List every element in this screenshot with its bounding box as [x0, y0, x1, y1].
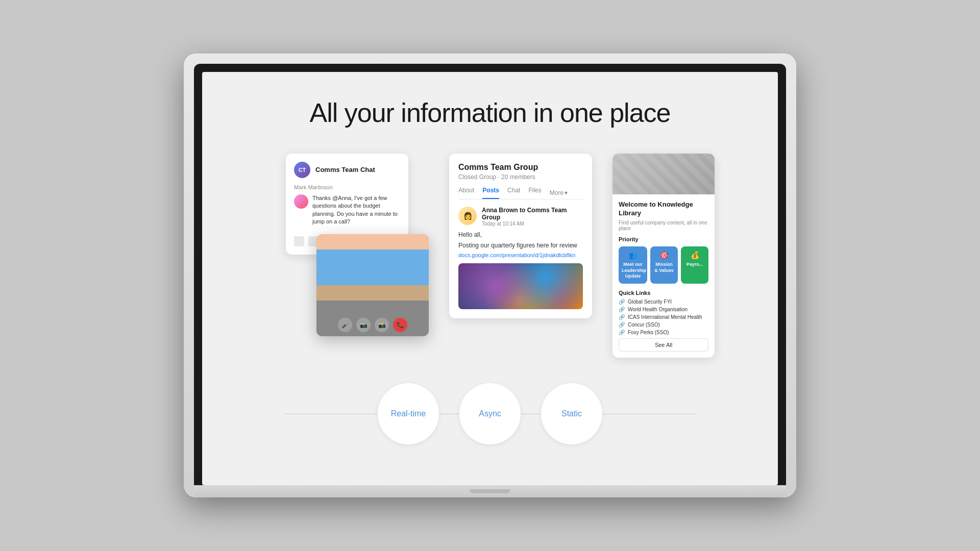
priority-items: 👥 Meet our Leadership Update 🎯 Mission &… — [619, 246, 708, 284]
quick-link-text-2: World Health Organisation — [628, 307, 688, 312]
chat-message-text: Thanks @Anna, I've got a few questions a… — [312, 194, 400, 226]
tab-chat[interactable]: Chat — [507, 187, 520, 199]
post-image-visual — [458, 263, 583, 309]
knowledge-title: Welcome to Knowledge Library — [619, 201, 708, 218]
quick-link-global[interactable]: 🔗 Global Security FYI — [619, 299, 708, 305]
post-image — [458, 263, 583, 309]
payroll-icon: 💰 — [684, 251, 705, 260]
link-icon-4: 🔗 — [619, 322, 625, 328]
quick-link-text-3: ICAS International Mental Health — [628, 314, 702, 320]
quick-link-text-4: Concur (SSO) — [628, 322, 660, 328]
leadership-icon: 👥 — [622, 251, 644, 260]
screen-bezel: All your information in one place CT Com… — [194, 64, 786, 485]
quick-link-foxy[interactable]: 🔗 Foxy Perks (SSO) — [619, 330, 708, 335]
camera-button[interactable]: 📸 — [375, 318, 389, 332]
priority-label-payroll: Payro... — [684, 262, 705, 268]
chat-sender: Mark Martinson — [294, 184, 400, 190]
toolbar-icon-1 — [294, 236, 304, 246]
video-bottom-person: 🎤 📷 📸 📞 — [316, 285, 429, 336]
chevron-down-icon: ▾ — [565, 189, 568, 196]
laptop-notch — [470, 489, 510, 493]
page-title: All your information in one place — [310, 97, 671, 128]
post-header: 👩 Anna Brown to Comms Team Group Today a… — [458, 207, 583, 227]
link-icon-5: 🔗 — [619, 330, 625, 335]
quick-link-concur[interactable]: 🔗 Concur (SSO) — [619, 322, 708, 328]
priority-item-payroll[interactable]: 💰 Payro... — [681, 246, 708, 284]
laptop-screen: All your information in one place CT Com… — [202, 72, 778, 485]
quick-link-text-5: Foxy Perks (SSO) — [628, 330, 669, 335]
group-tabs: About Posts Chat Files More ▾ — [458, 187, 583, 199]
chat-message-row: Thanks @Anna, I've got a few questions a… — [294, 194, 400, 226]
quick-link-who[interactable]: 🔗 World Health Organisation — [619, 307, 708, 312]
see-all-button[interactable]: See All — [619, 338, 708, 352]
tab-posts[interactable]: Posts — [482, 187, 499, 199]
woman-video — [316, 234, 429, 285]
priority-label: Priority — [619, 236, 708, 242]
message-avatar — [294, 194, 308, 209]
post-author-avatar: 👩 — [458, 207, 477, 225]
knowledge-subtitle: Find useful company content, all in one … — [619, 220, 708, 231]
realtime-column: CT Comms Team Chat Mark Martinson Thanks… — [265, 154, 429, 336]
post-author-name: Anna Brown to Comms Team Group — [482, 207, 583, 221]
knowledge-body: Welcome to Knowledge Library Find useful… — [612, 194, 715, 358]
mission-icon: 🎯 — [653, 251, 675, 260]
more-button[interactable]: More ▾ — [550, 187, 568, 199]
video-top-person — [316, 234, 429, 285]
video-call-card: 🎤 📷 📸 📞 — [316, 234, 429, 336]
mute-button[interactable]: 🎤 — [338, 318, 352, 332]
link-icon-1: 🔗 — [619, 299, 625, 305]
post-link[interactable]: docs.google.com/presentation/d/1jdnakdlc… — [458, 252, 583, 258]
post-author-info: Anna Brown to Comms Team Group Today at … — [482, 207, 583, 227]
post-time: Today at 10:14 AM — [482, 221, 583, 227]
chat-title: Comms Team Chat — [315, 166, 375, 173]
quick-links-label: Quick Links — [619, 290, 708, 296]
post-text: Posting our quarterly figures here for r… — [458, 241, 583, 250]
tab-files[interactable]: Files — [528, 187, 541, 199]
knowledge-card: Welcome to Knowledge Library Find useful… — [612, 154, 715, 358]
group-title: Comms Team Group — [458, 163, 583, 172]
hero-pattern — [612, 154, 715, 194]
chat-header: CT Comms Team Chat — [294, 162, 400, 178]
group-card: Comms Team Group Closed Group · 20 membe… — [449, 154, 592, 318]
knowledge-hero-image — [612, 154, 715, 194]
async-column: Comms Team Group Closed Group · 20 membe… — [449, 154, 592, 318]
priority-item-mission[interactable]: 🎯 Mission & Values — [650, 246, 678, 284]
tab-about[interactable]: About — [458, 187, 474, 199]
static-column: Welcome to Knowledge Library Find useful… — [612, 154, 715, 358]
priority-item-leadership[interactable]: 👥 Meet our Leadership Update — [619, 246, 647, 284]
categories-row: Real-time Async Static — [233, 383, 747, 444]
category-async[interactable]: Async — [459, 383, 521, 444]
laptop-base — [194, 485, 786, 497]
link-icon-3: 🔗 — [619, 314, 625, 320]
quick-link-text-1: Global Security FYI — [628, 299, 672, 305]
priority-label-mission: Mission & Values — [653, 262, 675, 273]
end-call-button[interactable]: 📞 — [393, 318, 407, 332]
link-icon-2: 🔗 — [619, 307, 625, 312]
priority-label-leadership: Meet our Leadership Update — [622, 262, 644, 280]
quick-link-icas[interactable]: 🔗 ICAS International Mental Health — [619, 314, 708, 320]
cards-row: CT Comms Team Chat Mark Martinson Thanks… — [233, 154, 747, 358]
laptop-frame: All your information in one place CT Com… — [184, 54, 796, 497]
video-controls: 🎤 📷 📸 📞 — [338, 318, 407, 332]
chat-group-avatar: CT — [294, 162, 310, 178]
video-button[interactable]: 📷 — [356, 318, 371, 332]
category-static[interactable]: Static — [541, 383, 602, 444]
category-realtime[interactable]: Real-time — [378, 383, 439, 444]
group-subtitle: Closed Group · 20 members — [458, 173, 583, 181]
post-greeting: Hello all, — [458, 231, 583, 239]
screen-content: All your information in one place CT Com… — [202, 72, 778, 485]
